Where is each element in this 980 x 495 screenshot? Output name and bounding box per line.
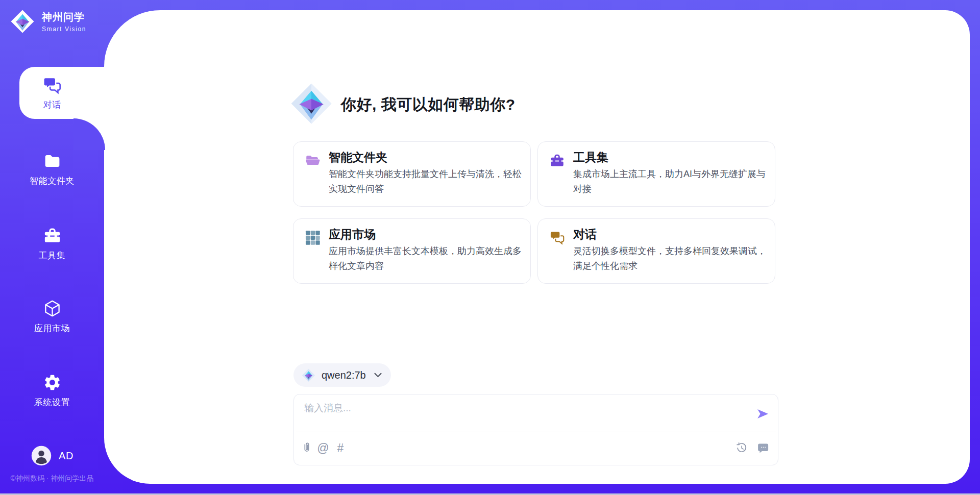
quick-phrase-button[interactable] <box>756 441 770 455</box>
card-toolset[interactable]: 工具集 集成市场上主流工具，助力AI与外界无缝扩展与对接 <box>537 141 775 207</box>
cube-icon <box>43 299 62 318</box>
message-input[interactable] <box>303 401 754 429</box>
sidebar-item-label: 应用市场 <box>34 323 70 334</box>
card-app-market[interactable]: 应用市场 应用市场提供丰富长文本模板，助力高效生成多样化文章内容 <box>293 218 531 284</box>
avatar <box>31 445 52 466</box>
composer-divider <box>296 432 776 432</box>
hash-icon: # <box>337 441 344 455</box>
brand-logo: 神州问学 Smart Vision <box>10 9 86 34</box>
send-icon <box>755 407 770 421</box>
model-logo-icon <box>302 368 315 382</box>
message-composer: @ # <box>293 394 778 465</box>
card-smart-folder[interactable]: 智能文件夹 智能文件夹功能支持批量文件上传与清洗，轻松实现文件问答 <box>293 141 531 207</box>
chevron-down-icon <box>374 373 382 378</box>
folder-icon <box>43 152 62 170</box>
sidebar-item-label: 系统设置 <box>34 397 70 408</box>
model-name: qwen2:7b <box>322 369 366 381</box>
sidebar-item-smart-folder[interactable]: 智能文件夹 <box>0 152 104 187</box>
card-description: 集成市场上主流工具，助力AI与外界无缝扩展与对接 <box>573 167 773 196</box>
card-description: 应用市场提供丰富长文本模板，助力高效生成多样化文章内容 <box>329 244 529 274</box>
card-title: 应用市场 <box>329 227 376 242</box>
mention-button[interactable]: @ <box>316 441 330 455</box>
at-icon: @ <box>317 441 329 455</box>
sidebar-item-settings[interactable]: 系统设置 <box>0 373 104 408</box>
grid-icon <box>305 230 321 245</box>
attachment-button[interactable] <box>300 441 313 455</box>
sidebar-item-chat[interactable]: 对话 <box>19 67 110 119</box>
folder-open-icon <box>305 153 321 168</box>
tab-curve-decoration <box>74 118 105 150</box>
card-chat[interactable]: 对话 灵活切换多模型文件，支持多样回复效果调试，满足个性化需求 <box>537 218 775 284</box>
brand-subtitle: Smart Vision <box>42 26 86 33</box>
sidebar: 神州问学 Smart Vision 对话 智能文件夹 工具集 <box>0 0 104 495</box>
card-description: 灵活切换多模型文件，支持多样回复效果调试，满足个性化需求 <box>573 244 773 274</box>
card-title: 智能文件夹 <box>329 150 387 165</box>
send-button[interactable] <box>755 407 770 421</box>
sidebar-item-app-market[interactable]: 应用市场 <box>0 299 104 334</box>
greeting-title: 你好, 我可以如何帮助你? <box>341 94 516 115</box>
chat-icon <box>42 76 62 95</box>
toolbox-icon <box>43 226 62 245</box>
user-profile[interactable]: AD <box>0 445 104 466</box>
sidebar-item-label: 工具集 <box>39 250 66 261</box>
brand-diamond-icon <box>290 82 333 125</box>
app-window: 你好, 我可以如何帮助你? 智能文件夹 智能文件夹功能支持批量文件上传与清洗，轻… <box>0 0 980 495</box>
card-title: 对话 <box>573 227 597 242</box>
chat-icon <box>549 230 565 245</box>
chat-bubble-icon <box>757 442 769 454</box>
paperclip-icon <box>301 442 313 454</box>
history-button[interactable] <box>735 441 748 455</box>
toolbox-icon <box>549 153 565 168</box>
model-selector[interactable]: qwen2:7b <box>293 363 391 387</box>
gear-icon <box>43 373 62 392</box>
sidebar-item-label: 智能文件夹 <box>30 175 75 187</box>
brand-name: 神州问学 <box>42 10 86 24</box>
history-icon <box>736 442 748 454</box>
card-title: 工具集 <box>573 150 608 165</box>
brand-diamond-icon <box>10 9 35 34</box>
main-panel: 你好, 我可以如何帮助你? 智能文件夹 智能文件夹功能支持批量文件上传与清洗，轻… <box>104 10 970 484</box>
sidebar-item-toolset[interactable]: 工具集 <box>0 226 104 261</box>
sidebar-item-label: 对话 <box>43 99 61 111</box>
user-initials: AD <box>59 450 74 462</box>
card-description: 智能文件夹功能支持批量文件上传与清洗，轻松实现文件问答 <box>329 167 529 196</box>
topic-button[interactable]: # <box>334 441 347 455</box>
copyright-text: ©神州数码 · 神州问学出品 <box>0 474 104 483</box>
